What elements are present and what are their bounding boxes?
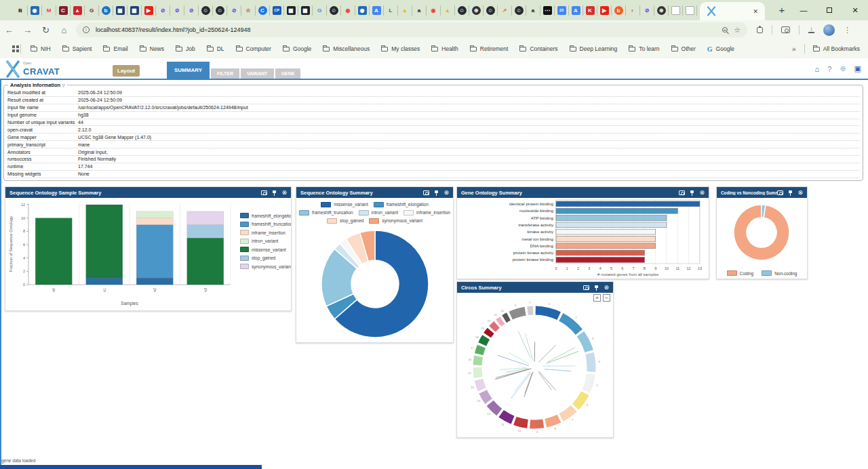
layout-button[interactable]: Layout	[113, 65, 140, 77]
bookmark-google[interactable]: GGoogle	[707, 45, 734, 53]
bookmark-folder[interactable]: My classes	[381, 45, 420, 52]
legend-item[interactable]: inframe_insertion	[240, 228, 291, 237]
pin-icon[interactable]	[595, 285, 598, 288]
app-home-icon[interactable]: ⌂	[815, 65, 820, 73]
pinned-tab[interactable]: ⊘	[227, 5, 241, 16]
tab-close-icon[interactable]: ✕	[753, 8, 758, 15]
bookmark-folder[interactable]: NIH	[31, 45, 51, 52]
pinned-tab[interactable]: A	[569, 5, 583, 16]
tab-summary[interactable]: SUMMARY	[167, 62, 210, 79]
pinned-tab[interactable]: ▶	[142, 5, 156, 16]
close-icon[interactable]: ⊗	[443, 190, 449, 196]
bookmark-folder[interactable]: Google	[283, 45, 311, 52]
bookmark-folder[interactable]: To learn	[629, 45, 659, 52]
bookmark-star-icon[interactable]: ☆	[734, 26, 741, 35]
pinned-tab[interactable]: ☺	[327, 5, 341, 16]
site-info-icon[interactable]: i	[83, 26, 90, 33]
pinned-tab[interactable]: ⋯	[540, 5, 555, 16]
pinned-tab[interactable]: C	[56, 5, 71, 16]
pinned-tab[interactable]: b	[612, 5, 626, 16]
pinned-tab[interactable]: b	[99, 5, 113, 16]
legend-item[interactable]: missense_variant	[321, 201, 368, 208]
pinned-tab[interactable]: ⊘	[640, 5, 654, 16]
pinned-tab[interactable]: ▲	[71, 5, 85, 16]
analysis-info-title[interactable]: Analysis Information ▽	[8, 82, 67, 88]
pinned-tab[interactable]: CP	[270, 5, 284, 16]
zoom-in-button[interactable]: +	[593, 294, 601, 302]
camera-icon[interactable]	[583, 285, 589, 290]
pinned-tab[interactable]: ⊕	[654, 5, 669, 16]
pinned-tab[interactable]: ◉	[427, 5, 441, 16]
pinned-tab[interactable]: ☺	[199, 5, 213, 16]
pinned-tab[interactable]	[683, 5, 697, 16]
pinned-tab[interactable]: ↗	[498, 5, 512, 16]
camera-icon[interactable]	[679, 190, 685, 195]
bookmark-folder[interactable]: Job	[176, 45, 195, 52]
pinned-tab[interactable]: ☺	[512, 5, 526, 16]
legend-item[interactable]: synonymous_variant	[369, 217, 422, 224]
back-icon[interactable]: ←	[0, 25, 18, 35]
pinned-tab[interactable]: C	[256, 5, 270, 16]
reload-icon[interactable]: ↻	[37, 25, 55, 35]
camera-icon[interactable]	[423, 190, 429, 195]
address-bar[interactable]: i localhost:40837/result/index.html?job_…	[76, 22, 747, 37]
pinned-tab[interactable]: a	[526, 5, 540, 16]
bookmark-folder[interactable]: Retirement	[470, 45, 509, 52]
legend-item[interactable]: frameshift_elongation	[240, 211, 291, 220]
pinned-tab[interactable]: ☺	[484, 5, 498, 16]
help-icon[interactable]: ?	[827, 65, 831, 73]
bookmarks-overflow-icon[interactable]: »	[792, 45, 796, 53]
legend-item[interactable]: frameshift_truncation	[240, 220, 291, 229]
close-icon[interactable]: ⊗	[699, 190, 705, 196]
collapse-triangle-icon[interactable]: ▽	[62, 83, 65, 87]
legend-item[interactable]: synonymous_variant	[240, 262, 291, 271]
pinned-tab[interactable]: ▦	[284, 5, 298, 16]
pinned-tab[interactable]: ▶	[597, 5, 612, 16]
home-icon[interactable]: ⌂	[55, 25, 73, 35]
legend-item[interactable]: Coding	[727, 269, 754, 278]
pinned-tab[interactable]: ⊘	[170, 5, 184, 16]
pinned-tab[interactable]: ☺	[455, 5, 469, 16]
close-window-icon[interactable]: ✕	[842, 0, 868, 20]
bookmark-folder[interactable]: Deep Learning	[570, 45, 618, 52]
url-text[interactable]: localhost:40837/result/index.html?job_id…	[96, 26, 716, 33]
close-icon[interactable]: ⊗	[797, 190, 803, 196]
all-bookmarks-button[interactable]: All Bookmarks	[813, 45, 860, 52]
extensions-icon[interactable]	[757, 27, 763, 33]
pinned-tab[interactable]: L	[384, 5, 398, 16]
maximize-icon[interactable]	[816, 0, 842, 20]
bookmark-folder[interactable]: DL	[207, 45, 224, 52]
pinned-tab[interactable]: G	[313, 5, 327, 16]
pinned-tab[interactable]: ▦	[113, 5, 127, 16]
bookmark-folder[interactable]: Computer	[236, 45, 271, 52]
pin-icon[interactable]	[273, 190, 276, 193]
web-icon[interactable]: ⊕	[840, 64, 846, 73]
profile-avatar[interactable]	[823, 24, 835, 36]
pinned-tab[interactable]: ◐	[626, 5, 640, 16]
save-icon[interactable]: ▣	[854, 64, 861, 73]
bookmark-folder[interactable]: News	[140, 45, 164, 52]
legend-item[interactable]: intron_variant	[359, 209, 398, 216]
pin-icon[interactable]	[789, 190, 792, 193]
tab-filter[interactable]: FILTER	[211, 68, 239, 79]
new-tab-button[interactable]: +	[774, 3, 789, 18]
pin-icon[interactable]	[435, 190, 438, 193]
legend-item[interactable]: frameshift_truncation	[299, 209, 353, 216]
tab-search-icon[interactable]	[781, 26, 790, 33]
zoom-out-icon[interactable]	[722, 27, 728, 33]
pinned-tab[interactable]: ⊕	[469, 5, 484, 16]
bookmark-folder[interactable]: Other	[671, 45, 696, 52]
pinned-tab[interactable]: ⊘	[156, 5, 170, 16]
bookmark-folder[interactable]: Miscellaneous	[323, 45, 370, 52]
pinned-tab[interactable]: K	[583, 5, 597, 16]
pinned-tab[interactable]: ▲	[441, 5, 455, 16]
pinned-tab[interactable]: A	[370, 5, 384, 16]
bookmark-folder[interactable]: Sapient	[62, 45, 92, 52]
pinned-tab[interactable]: M	[42, 5, 56, 16]
pinned-tab[interactable]: ◉	[355, 5, 370, 16]
pinned-tab[interactable]: ▦	[127, 5, 142, 16]
minimize-icon[interactable]: —	[791, 0, 816, 20]
close-icon[interactable]: ⊗	[604, 285, 609, 291]
legend-item[interactable]: intron_variant	[240, 237, 291, 246]
legend-item[interactable]: stop_gained	[327, 217, 363, 224]
